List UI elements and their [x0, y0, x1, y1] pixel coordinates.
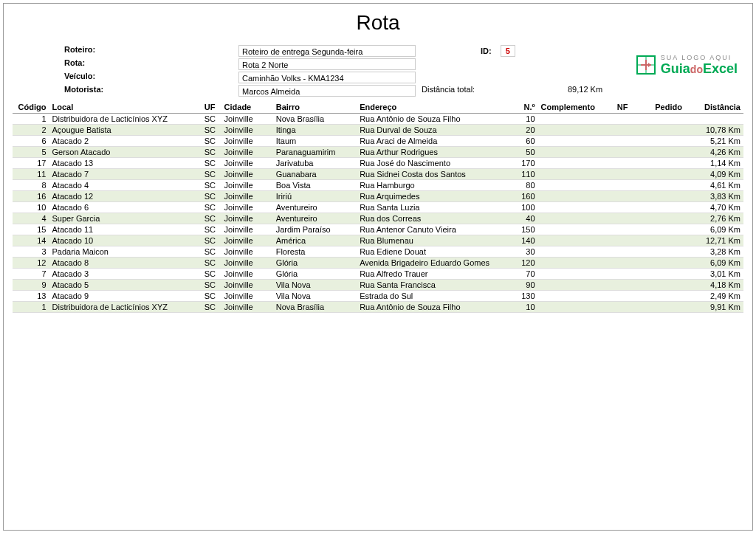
cell-n: 120 [509, 258, 537, 269]
cell-pedido [652, 147, 698, 158]
cell-bairro: Itaum [273, 136, 357, 147]
cell-cidade: Joinville [221, 114, 273, 125]
cell-complemento [538, 269, 614, 280]
cell-codigo: 1 [13, 302, 49, 313]
cell-distancia: 2,49 Km [698, 291, 743, 302]
cell-pedido [652, 302, 698, 313]
logo-do: do [690, 63, 703, 75]
cell-local: Atacado 7 [49, 169, 202, 180]
table-row: 8Atacado 4SCJoinvilleBoa VistaRua Hambur… [13, 180, 743, 191]
cell-endereco: Rua Sidnei Costa dos Santos [357, 169, 509, 180]
cell-codigo: 2 [13, 125, 49, 136]
cell-local: Atacado 12 [49, 191, 202, 202]
cell-uf: SC [202, 191, 221, 202]
cell-n: 80 [509, 180, 537, 191]
cell-codigo: 3 [13, 246, 49, 258]
cell-nf [614, 235, 653, 246]
cell-codigo: 11 [13, 169, 49, 180]
table-row: 9Atacado 5SCJoinvilleVila NovaRua Santa … [13, 280, 743, 291]
cell-bairro: Vila Nova [273, 291, 357, 302]
distancia-label: Distância total: [422, 85, 562, 97]
cell-cidade: Joinville [221, 169, 273, 180]
cell-pedido [652, 136, 698, 147]
cell-cidade: Joinville [221, 191, 273, 202]
cell-distancia: 2,76 Km [698, 213, 743, 224]
cell-cidade: Joinville [221, 258, 273, 269]
cell-endereco: Rua Antônio de Souza Filho [357, 114, 509, 125]
page-title: Rota [13, 11, 743, 35]
cell-nf [614, 302, 653, 313]
cell-cidade: Joinville [221, 213, 273, 224]
distancia-value: 89,12 Km [568, 85, 701, 97]
cell-pedido [652, 114, 698, 125]
id-value[interactable]: 5 [501, 45, 515, 57]
logo-icon [636, 55, 656, 76]
rota-field[interactable]: Rota 2 Norte [238, 58, 416, 70]
rota-label: Rota: [64, 58, 233, 70]
cell-complemento [538, 180, 614, 191]
cell-codigo: 14 [13, 235, 49, 246]
cell-distancia [698, 114, 743, 125]
motorista-label: Motorista: [64, 85, 233, 97]
table-row: 17Atacado 13SCJoinvilleJarivatubaRua Jos… [13, 158, 743, 169]
cell-local: Atacado 9 [49, 291, 202, 302]
cell-bairro: Paranaguamirim [273, 147, 357, 158]
cell-local: Padaria Maicon [49, 246, 202, 258]
cell-bairro: Iririú [273, 191, 357, 202]
cell-cidade: Joinville [221, 280, 273, 291]
cell-bairro: Glória [273, 258, 357, 269]
cell-bairro: Jarivatuba [273, 158, 357, 169]
table-row: 15Atacado 11SCJoinvilleJardim ParaísoRua… [13, 224, 743, 235]
logo-subtitle: SUA LOGO AQUI [661, 54, 738, 61]
cell-endereco: Rua José do Nascimento [357, 158, 509, 169]
cell-distancia: 4,70 Km [698, 202, 743, 213]
cell-local: Atacado 2 [49, 136, 202, 147]
cell-pedido [652, 291, 698, 302]
table-row: 12Atacado 8SCJoinvilleGlóriaAvenida Brig… [13, 258, 743, 269]
cell-nf [614, 180, 653, 191]
cell-n: 90 [509, 280, 537, 291]
cell-pedido [652, 224, 698, 235]
cell-distancia: 4,09 Km [698, 169, 743, 180]
table-row: 11Atacado 7SCJoinvilleGuanabaraRua Sidne… [13, 169, 743, 180]
col-local: Local [49, 101, 202, 114]
col-uf: UF [202, 101, 221, 114]
motorista-field[interactable]: Marcos Almeida [238, 85, 416, 97]
cell-bairro: Guanabara [273, 169, 357, 180]
cell-cidade: Joinville [221, 224, 273, 235]
cell-distancia: 3,01 Km [698, 269, 743, 280]
cell-nf [614, 213, 653, 224]
cell-pedido [652, 246, 698, 258]
cell-pedido [652, 169, 698, 180]
table-row: 1Distribuidora de Lacticínios XYZSCJoinv… [13, 114, 743, 125]
cell-local: Atacado 10 [49, 235, 202, 246]
cell-n: 60 [509, 136, 537, 147]
cell-local: Atacado 13 [49, 158, 202, 169]
cell-codigo: 7 [13, 269, 49, 280]
cell-nf [614, 125, 653, 136]
cell-n: 170 [509, 158, 537, 169]
cell-complemento [538, 280, 614, 291]
table-row: 1Distribuidora de Lacticínios XYZSCJoinv… [13, 302, 743, 313]
cell-pedido [652, 180, 698, 191]
cell-complemento [538, 213, 614, 224]
cell-nf [614, 136, 653, 147]
cell-nf [614, 147, 653, 158]
table-header-row: Código Local UF Cidade Bairro Endereço N… [13, 101, 743, 114]
cell-bairro: Boa Vista [273, 180, 357, 191]
cell-local: Distribuidora de Lacticínios XYZ [49, 302, 202, 313]
cell-n: 160 [509, 191, 537, 202]
cell-bairro: América [273, 235, 357, 246]
cell-cidade: Joinville [221, 246, 273, 258]
cell-codigo: 15 [13, 224, 49, 235]
cell-uf: SC [202, 114, 221, 125]
cell-pedido [652, 269, 698, 280]
table-row: 7Atacado 3SCJoinvilleGlóriaRua Alfredo T… [13, 269, 743, 280]
route-table: Código Local UF Cidade Bairro Endereço N… [13, 101, 743, 313]
col-bairro: Bairro [273, 101, 357, 114]
cell-complemento [538, 246, 614, 258]
cell-distancia: 10,78 Km [698, 125, 743, 136]
veiculo-field[interactable]: Caminhão Volks - KMA1234 [238, 72, 416, 83]
roteiro-field[interactable]: Roteiro de entrega Segunda-feira [238, 45, 416, 57]
cell-local: Gerson Atacado [49, 147, 202, 158]
